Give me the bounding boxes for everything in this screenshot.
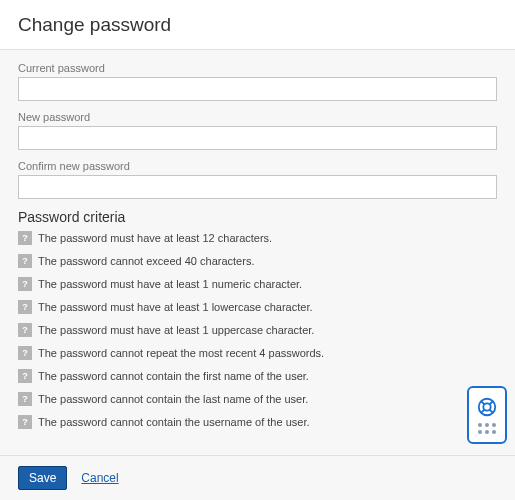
page-title: Change password	[18, 14, 497, 36]
new-password-input[interactable]	[18, 126, 497, 150]
svg-text:?: ?	[22, 371, 28, 381]
svg-text:?: ?	[22, 233, 28, 243]
svg-text:?: ?	[22, 325, 28, 335]
current-password-label: Current password	[18, 62, 497, 74]
question-icon: ?	[18, 346, 32, 360]
save-button[interactable]: Save	[18, 466, 67, 490]
criteria-text: The password must have at least 1 upperc…	[38, 324, 314, 336]
criteria-item: ?The password must have at least 1 lower…	[18, 300, 497, 314]
confirm-password-input[interactable]	[18, 175, 497, 199]
help-widget[interactable]	[467, 386, 507, 444]
criteria-item: ?The password cannot contain the first n…	[18, 369, 497, 383]
cancel-button[interactable]: Cancel	[81, 471, 118, 485]
field-group-confirm: Confirm new password	[18, 160, 497, 199]
footer-bar: Save Cancel	[0, 455, 515, 500]
criteria-text: The password cannot repeat the most rece…	[38, 347, 324, 359]
svg-text:?: ?	[22, 348, 28, 358]
confirm-password-label: Confirm new password	[18, 160, 497, 172]
criteria-text: The password cannot contain the username…	[38, 416, 310, 428]
help-drag-dots-icon	[478, 423, 496, 434]
criteria-list: ?The password must have at least 12 char…	[18, 231, 497, 429]
criteria-title: Password criteria	[18, 209, 497, 225]
question-icon: ?	[18, 369, 32, 383]
question-icon: ?	[18, 277, 32, 291]
criteria-text: The password must have at least 1 lowerc…	[38, 301, 313, 313]
form-content: Current password New password Confirm ne…	[0, 50, 515, 446]
page-header: Change password	[0, 0, 515, 50]
svg-line-12	[490, 401, 493, 404]
criteria-item: ?The password cannot contain the last na…	[18, 392, 497, 406]
criteria-text: The password cannot contain the last nam…	[38, 393, 308, 405]
svg-line-14	[490, 410, 493, 413]
svg-text:?: ?	[22, 302, 28, 312]
svg-point-10	[483, 403, 490, 410]
svg-line-13	[481, 410, 484, 413]
criteria-item: ?The password cannot exceed 40 character…	[18, 254, 497, 268]
question-icon: ?	[18, 323, 32, 337]
question-icon: ?	[18, 415, 32, 429]
field-group-current: Current password	[18, 62, 497, 101]
question-icon: ?	[18, 254, 32, 268]
criteria-item: ?The password must have at least 12 char…	[18, 231, 497, 245]
question-icon: ?	[18, 392, 32, 406]
question-icon: ?	[18, 231, 32, 245]
svg-text:?: ?	[22, 417, 28, 427]
current-password-input[interactable]	[18, 77, 497, 101]
criteria-item: ?The password cannot repeat the most rec…	[18, 346, 497, 360]
criteria-text: The password must have at least 1 numeri…	[38, 278, 302, 290]
criteria-text: The password must have at least 12 chara…	[38, 232, 272, 244]
question-icon: ?	[18, 300, 32, 314]
field-group-new: New password	[18, 111, 497, 150]
help-lifebuoy-icon	[476, 396, 498, 418]
svg-text:?: ?	[22, 394, 28, 404]
svg-text:?: ?	[22, 279, 28, 289]
criteria-item: ?The password cannot contain the usernam…	[18, 415, 497, 429]
criteria-text: The password cannot exceed 40 characters…	[38, 255, 254, 267]
svg-line-11	[481, 401, 484, 404]
criteria-item: ?The password must have at least 1 numer…	[18, 277, 497, 291]
criteria-item: ?The password must have at least 1 upper…	[18, 323, 497, 337]
svg-text:?: ?	[22, 256, 28, 266]
new-password-label: New password	[18, 111, 497, 123]
criteria-text: The password cannot contain the first na…	[38, 370, 309, 382]
